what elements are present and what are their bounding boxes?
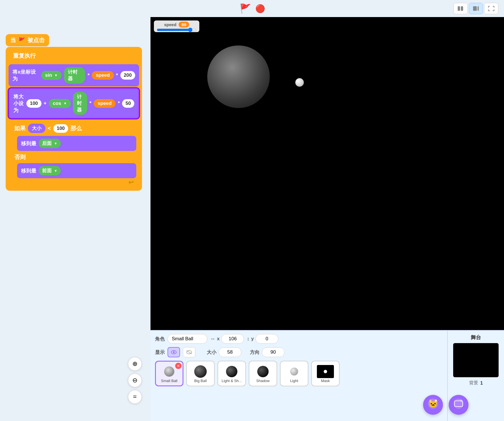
y-icon: ↕ bbox=[247, 336, 249, 342]
cos-arrow: ▼ bbox=[63, 101, 67, 105]
zoom-out-button[interactable]: ⊖ bbox=[128, 373, 142, 387]
outer-block: 重复执行 将x坐标设为 sin ▼ 计时器 * bbox=[6, 47, 142, 191]
size-label: 大小 bbox=[207, 349, 216, 356]
val100-2-label: 100 bbox=[57, 126, 65, 131]
zoom-controls: ⊕ ⊖ = bbox=[128, 357, 142, 404]
light-icon bbox=[290, 368, 298, 376]
speed-label1: speed bbox=[96, 72, 110, 78]
block-container: 当 🚩 被点击 重复执行 将x坐标设为 bbox=[6, 34, 142, 191]
x-icon: ↔ bbox=[210, 336, 215, 342]
sprite-name-input[interactable] bbox=[168, 334, 207, 344]
speed-oval2: speed bbox=[94, 99, 116, 108]
back-dropdown[interactable]: 后面 ▼ bbox=[39, 139, 61, 148]
mask-dot bbox=[324, 370, 327, 373]
delete-badge-small-ball[interactable]: ✕ bbox=[175, 363, 181, 369]
big-ball-sprite bbox=[207, 45, 270, 108]
size-var-pill: 大小 bbox=[28, 124, 45, 133]
sprite-thumb-mask[interactable]: Mask bbox=[311, 361, 340, 386]
sprite-thumb-light-shadow[interactable]: Light & Sh... bbox=[218, 361, 246, 386]
front-dropdown[interactable]: 前面 ▼ bbox=[39, 166, 61, 175]
size-input[interactable] bbox=[219, 347, 241, 357]
val50-oval: 50 bbox=[122, 99, 134, 108]
fullscreen-button[interactable] bbox=[484, 3, 498, 14]
front-label: 前面 bbox=[42, 167, 52, 174]
light-thumb-name: Light bbox=[290, 379, 298, 383]
speed-label2: speed bbox=[98, 101, 112, 106]
move-front-label: 移到最 bbox=[21, 167, 36, 174]
timer-oval1: 计时器 bbox=[64, 67, 85, 84]
add-sprite-fab[interactable]: 🐱 + bbox=[423, 395, 443, 415]
hat-block: 当 🚩 被点击 bbox=[6, 34, 49, 46]
backdrop-num: 1 bbox=[480, 381, 483, 386]
size-var-label: 大小 bbox=[32, 126, 41, 131]
x-coord-section: ↔ x bbox=[210, 334, 244, 344]
svg-rect-0 bbox=[458, 6, 460, 11]
size-section: 大小 bbox=[207, 347, 241, 357]
stop-button[interactable]: 🔴 bbox=[255, 3, 266, 14]
show-row: 显示 大小 方向 bbox=[155, 347, 443, 357]
light-shadow-thumb-name: Light & Sh... bbox=[222, 379, 242, 383]
sprite-thumb-shadow[interactable]: Shadow bbox=[249, 361, 277, 386]
timer-label2: 计时器 bbox=[77, 94, 83, 113]
times2: * bbox=[116, 72, 118, 78]
svg-rect-3 bbox=[478, 6, 479, 11]
sin-dropdown[interactable]: sin ▼ bbox=[41, 71, 62, 80]
hat-clicked-label: 被点击 bbox=[28, 36, 45, 44]
mask-thumb-name: Mask bbox=[321, 379, 330, 383]
var-header: speed 89 bbox=[164, 22, 189, 28]
svg-point-5 bbox=[173, 351, 175, 353]
zoom-in-icon: ⊕ bbox=[132, 360, 137, 368]
front-arrow: ▼ bbox=[54, 169, 57, 173]
dir-section: 方向 bbox=[250, 347, 285, 357]
big-ball-icon bbox=[194, 365, 207, 378]
shadow-thumb-name: Shadow bbox=[256, 379, 270, 383]
y-input[interactable] bbox=[256, 334, 278, 344]
set-size-block[interactable]: 将大小设为 100 + cos ▼ 计时器 * bbox=[9, 88, 139, 119]
timer-label1: 计时器 bbox=[68, 69, 81, 82]
light-shadow-thumb-img bbox=[223, 364, 240, 379]
zoom-reset-button[interactable]: = bbox=[128, 390, 142, 404]
layout-buttons bbox=[453, 3, 498, 14]
set-size-label: 将大小设为 bbox=[13, 93, 24, 114]
sprite-thumb-big-ball[interactable]: Big Ball bbox=[186, 361, 215, 386]
sprite-panel: 角色 ↔ x ↕ y 显示 bbox=[150, 331, 447, 421]
shadow-thumb-img bbox=[254, 364, 271, 379]
move-front-block[interactable]: 移到最 前面 ▼ bbox=[17, 163, 136, 178]
times1: * bbox=[87, 72, 89, 78]
zoom-in-button[interactable]: ⊕ bbox=[128, 357, 142, 371]
sprite-label: 角色 bbox=[155, 336, 165, 342]
var-slider[interactable] bbox=[157, 29, 196, 31]
x-input[interactable] bbox=[221, 334, 244, 344]
layout-stage-button[interactable] bbox=[469, 3, 483, 14]
big-ball-thumb-img bbox=[192, 364, 209, 379]
add-sprite-icon: 🐱 + bbox=[427, 398, 439, 412]
light-shadow-icon bbox=[226, 366, 237, 377]
cos-dropdown[interactable]: cos ▼ bbox=[49, 99, 71, 108]
mask-thumb-img bbox=[317, 364, 334, 379]
hat-when-label: 当 bbox=[10, 36, 16, 44]
then-label: 那么 bbox=[70, 125, 82, 132]
add-stage-fab[interactable]: + bbox=[449, 395, 469, 415]
if-label: 如果 bbox=[14, 125, 26, 132]
show-label: 显示 bbox=[155, 349, 165, 356]
var-monitor: speed 89 bbox=[154, 20, 199, 32]
x-label: x bbox=[217, 336, 219, 342]
zoom-out-icon: ⊖ bbox=[132, 377, 137, 384]
times4: * bbox=[118, 100, 120, 106]
small-ball-thumb-name: Small Ball bbox=[161, 379, 177, 383]
repeat-label: 重复执行 bbox=[13, 52, 36, 60]
move-back-block[interactable]: 移到最 后面 ▼ bbox=[17, 136, 136, 151]
green-flag-button[interactable]: 🚩 bbox=[238, 3, 252, 14]
set-x-block[interactable]: 将x坐标设为 sin ▼ 计时器 * speed * bbox=[9, 64, 139, 86]
show-hidden-button[interactable] bbox=[183, 347, 195, 357]
layout-split-button[interactable] bbox=[453, 3, 468, 14]
show-visible-button[interactable] bbox=[168, 347, 180, 357]
zoom-reset-icon: = bbox=[133, 393, 137, 401]
small-ball-sprite bbox=[295, 78, 304, 87]
cos-label: cos bbox=[53, 101, 61, 106]
sprite-thumb-light[interactable]: Light bbox=[280, 361, 308, 386]
svg-text:+: + bbox=[460, 398, 462, 403]
sprite-thumb-small-ball[interactable]: ✕ Small Ball bbox=[155, 361, 183, 386]
dir-input[interactable] bbox=[262, 347, 285, 357]
stage-thumbnail[interactable] bbox=[453, 343, 499, 377]
